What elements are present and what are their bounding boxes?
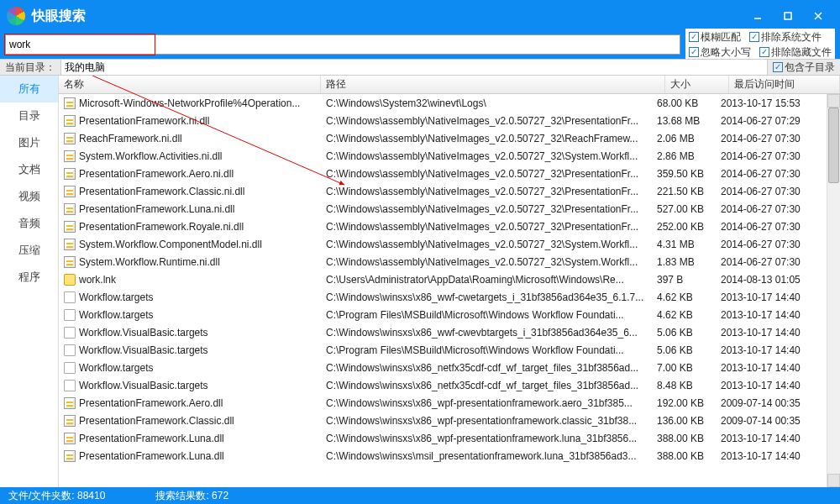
rows-container: Microsoft-Windows-NetworkProfile%4Operat… xyxy=(59,94,827,487)
scroll-down-button[interactable] xyxy=(827,474,840,487)
table-row[interactable]: PresentationFramework.Luna.dllC:\Windows… xyxy=(59,429,827,447)
table-row[interactable]: PresentationFramework.Aero.dllC:\Windows… xyxy=(59,394,827,412)
ignore-case-checkbox[interactable]: ✓忽略大小写 xyxy=(689,45,751,60)
status-result-count: 搜索结果数: 672 xyxy=(147,489,237,503)
file-date: 2013-10-17 14:40 xyxy=(716,450,827,462)
file-name: PresentationFramework.Luna.dll xyxy=(79,433,224,444)
file-name: System.Workflow.ComponentModel.ni.dll xyxy=(79,239,262,250)
results-list: 名称 路径 大小 最后访问时间 Microsoft-Windows-Networ… xyxy=(59,76,840,487)
table-row[interactable]: System.Workflow.Runtime.ni.dllC:\Windows… xyxy=(59,253,827,270)
table-row[interactable]: Workflow.targetsC:\Windows\winsxs\x86_ww… xyxy=(59,288,827,306)
file-date: 2014-06-27 07:30 xyxy=(716,133,827,144)
header-name[interactable]: 名称 xyxy=(59,76,321,93)
main-area: 所有目录图片文档视频音频压缩程序 名称 路径 大小 最后访问时间 Microso… xyxy=(0,76,840,487)
table-row[interactable]: PresentationFramework.ni.dllC:\Windows\a… xyxy=(59,112,827,129)
file-icon xyxy=(64,203,76,215)
scroll-track[interactable] xyxy=(827,108,840,474)
sidebar-tab-0[interactable]: 所有 xyxy=(0,76,58,102)
exclude-sys-label: 排除系统文件 xyxy=(761,30,822,45)
table-row[interactable]: work.lnkC:\Users\Administrator\AppData\R… xyxy=(59,270,827,288)
search-input[interactable] xyxy=(5,34,680,55)
svg-rect-1 xyxy=(785,13,791,19)
file-name: Workflow.targets xyxy=(79,309,153,321)
file-name: System.Workflow.Runtime.ni.dll xyxy=(79,256,220,268)
maximize-button[interactable] xyxy=(773,6,803,26)
header-size[interactable]: 大小 xyxy=(665,76,729,93)
file-path: C:\Windows\assembly\NativeImages_v2.0.50… xyxy=(321,186,652,197)
file-size: 13.68 MB xyxy=(652,115,716,127)
sidebar-tab-7[interactable]: 程序 xyxy=(0,264,58,291)
file-date: 2013-10-17 14:40 xyxy=(716,362,827,374)
table-row[interactable]: PresentationFramework.Classic.dllC:\Wind… xyxy=(59,412,827,429)
include-subdir-label: 包含子目录 xyxy=(785,60,835,75)
file-name: System.Workflow.Activities.ni.dll xyxy=(79,150,223,162)
table-row[interactable]: Workflow.targetsC:\Program Files\MSBuild… xyxy=(59,306,827,323)
file-icon xyxy=(64,397,76,409)
file-name: Microsoft-Windows-NetworkProfile%4Operat… xyxy=(79,97,300,109)
titlebar: 快眼搜索 xyxy=(0,0,840,32)
file-path: C:\Windows\assembly\NativeImages_v2.0.50… xyxy=(321,133,652,144)
table-row[interactable]: Workflow.VisualBasic.targetsC:\Windows\w… xyxy=(59,323,827,341)
header-date[interactable]: 最后访问时间 xyxy=(729,76,840,93)
file-icon xyxy=(64,274,76,286)
file-icon xyxy=(64,133,76,144)
table-row[interactable]: ReachFramework.ni.dllC:\Windows\assembly… xyxy=(59,129,827,147)
file-path: C:\Windows\assembly\NativeImages_v2.0.50… xyxy=(321,150,652,162)
file-date: 2014-06-27 07:30 xyxy=(716,221,827,233)
file-name: work.lnk xyxy=(79,274,116,286)
table-row[interactable]: PresentationFramework.Luna.dllC:\Windows… xyxy=(59,447,827,465)
file-name: PresentationFramework.Classic.ni.dll xyxy=(79,186,244,197)
table-row[interactable]: PresentationFramework.Aero.ni.dllC:\Wind… xyxy=(59,165,827,182)
file-date: 2013-10-17 14:40 xyxy=(716,380,827,391)
sidebar-tab-6[interactable]: 压缩 xyxy=(0,237,58,264)
file-path: C:\Windows\assembly\NativeImages_v2.0.50… xyxy=(321,256,652,268)
sidebar-tab-5[interactable]: 音频 xyxy=(0,210,58,237)
file-size: 359.50 KB xyxy=(652,168,716,180)
current-dir-value[interactable]: 我的电脑 xyxy=(60,60,768,75)
sidebar-tab-1[interactable]: 目录 xyxy=(0,102,58,129)
file-size: 192.00 KB xyxy=(652,397,716,409)
scroll-thumb[interactable] xyxy=(828,108,839,183)
table-row[interactable]: Workflow.VisualBasic.targetsC:\Windows\w… xyxy=(59,376,827,394)
minimize-button[interactable] xyxy=(743,6,773,26)
header-path[interactable]: 路径 xyxy=(321,76,665,93)
table-row[interactable]: Microsoft-Windows-NetworkProfile%4Operat… xyxy=(59,94,827,112)
table-row[interactable]: System.Workflow.ComponentModel.ni.dllC:\… xyxy=(59,235,827,253)
exclude-sys-checkbox[interactable]: ✓排除系统文件 xyxy=(749,30,822,45)
file-path: C:\Windows\assembly\NativeImages_v2.0.50… xyxy=(321,168,652,180)
app-logo-icon xyxy=(7,7,25,25)
sidebar-tab-3[interactable]: 文档 xyxy=(0,156,58,183)
file-icon xyxy=(64,327,76,339)
sidebar-tab-4[interactable]: 视频 xyxy=(0,183,58,210)
file-name: PresentationFramework.ni.dll xyxy=(79,115,209,127)
file-icon xyxy=(64,221,76,233)
table-row[interactable]: PresentationFramework.Classic.ni.dllC:\W… xyxy=(59,182,827,200)
table-row[interactable]: PresentationFramework.Luna.ni.dllC:\Wind… xyxy=(59,200,827,218)
table-row[interactable]: Workflow.targetsC:\Windows\winsxs\x86_ne… xyxy=(59,359,827,376)
file-icon xyxy=(64,115,76,127)
table-row[interactable]: PresentationFramework.Royale.ni.dllC:\Wi… xyxy=(59,218,827,235)
file-path: C:\Windows\winsxs\x86_netfx35cdf-cdf_wf_… xyxy=(321,380,652,391)
file-icon xyxy=(64,239,76,250)
file-path: C:\Users\Administrator\AppData\Roaming\M… xyxy=(321,274,652,286)
status-bar: 文件/文件夹数: 88410 搜索结果数: 672 xyxy=(0,487,840,504)
table-row[interactable]: Workflow.VisualBasic.targetsC:\Program F… xyxy=(59,341,827,359)
file-size: 388.00 KB xyxy=(652,450,716,462)
file-icon xyxy=(64,362,76,374)
file-size: 4.62 KB xyxy=(652,291,716,303)
scroll-up-button[interactable] xyxy=(827,94,840,108)
fuzzy-match-checkbox[interactable]: ✓模糊匹配 xyxy=(689,30,741,45)
exclude-hidden-checkbox[interactable]: ✓排除隐藏文件 xyxy=(759,45,832,60)
file-name: PresentationFramework.Luna.ni.dll xyxy=(79,203,234,215)
sidebar-tab-2[interactable]: 图片 xyxy=(0,129,58,156)
file-date: 2013-10-17 14:40 xyxy=(716,291,827,303)
table-row[interactable]: System.Workflow.Activities.ni.dllC:\Wind… xyxy=(59,147,827,165)
column-headers: 名称 路径 大小 最后访问时间 xyxy=(59,76,840,94)
file-size: 68.00 KB xyxy=(652,97,716,109)
include-subdir-checkbox[interactable]: ✓包含子目录 xyxy=(773,60,835,75)
vertical-scrollbar[interactable] xyxy=(827,94,840,487)
close-button[interactable] xyxy=(803,6,833,26)
file-path: C:\Windows\assembly\NativeImages_v2.0.50… xyxy=(321,221,652,233)
file-date: 2014-06-27 07:30 xyxy=(716,150,827,162)
app-window: 快眼搜索 ✓模糊匹配 ✓排除系统文件 ✓忽略大小写 ✓排除隐藏文件 当前目录： … xyxy=(0,0,840,504)
